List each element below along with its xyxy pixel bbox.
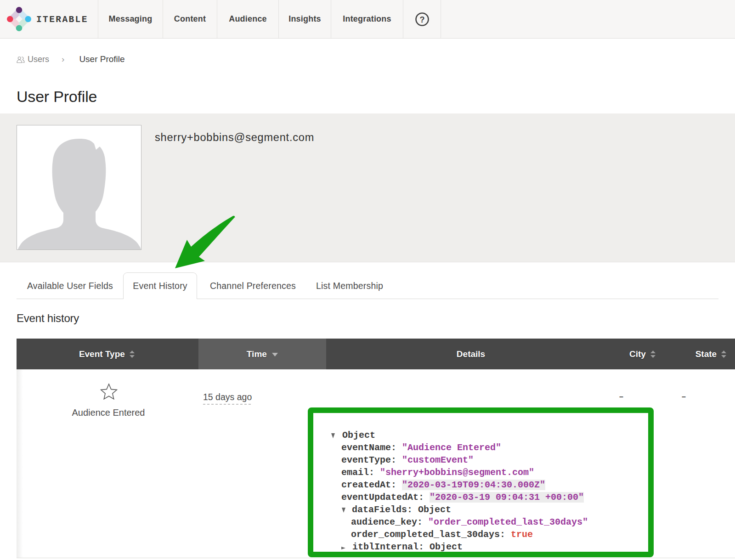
svg-text:?: ? bbox=[420, 15, 425, 24]
